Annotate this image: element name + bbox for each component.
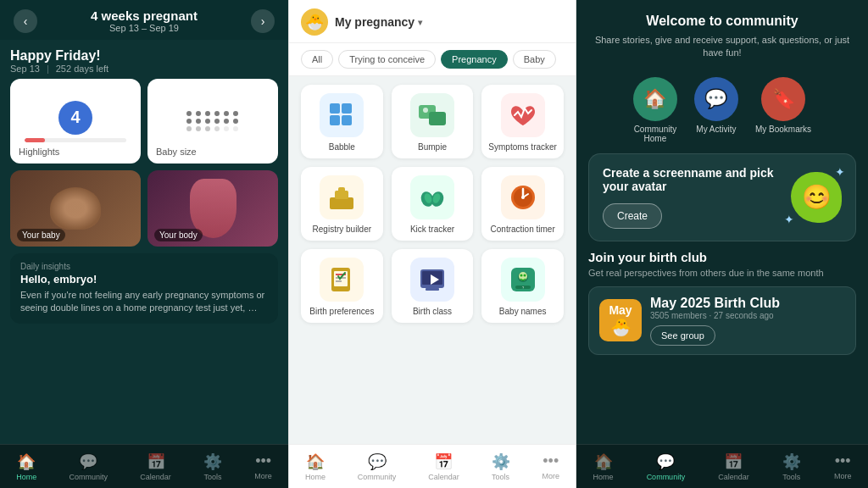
registry-icon [320, 175, 364, 219]
panel-tools: 🐣 My pregnancy ▾ All Trying to conceive … [288, 0, 576, 488]
photo-cards-grid: Your baby Your body [10, 170, 278, 247]
avatar-blob: 😊 ✦ ✦ [791, 172, 842, 223]
tool-birthpref[interactable]: Birth preferences [301, 249, 383, 323]
tool-contraction[interactable]: Contraction timer [481, 167, 564, 241]
baby-size-visual [186, 111, 240, 131]
p3-calendar-label: Calendar [718, 473, 749, 481]
tool-bumpie[interactable]: Bumpie [392, 85, 474, 158]
babynames-label: Baby names [499, 307, 547, 316]
filter-pregnancy[interactable]: Pregnancy [441, 50, 508, 69]
progress-fill [25, 138, 45, 142]
calendar-label: Calendar [140, 473, 171, 481]
filter-baby[interactable]: Baby [513, 50, 556, 69]
nav-community[interactable]: 💬 Community [69, 452, 108, 481]
screenname-text: Create a screenname and pick your avatar… [603, 166, 791, 229]
p3-nav-tools[interactable]: ⚙️ Tools [782, 452, 801, 481]
community-home-item[interactable]: 🏠 CommunityHome [633, 77, 677, 143]
tool-kick[interactable]: Kick tracker [392, 167, 474, 241]
birth-club-info: May 2025 Birth Club 3505 members · 27 se… [650, 296, 780, 346]
my-activity-item[interactable]: 💬 My Activity [694, 77, 738, 143]
p2-nav-more[interactable]: ••• More [542, 452, 560, 480]
birth-club-title: Join your birth club [588, 250, 856, 264]
contraction-icon [501, 175, 545, 219]
filter-trying[interactable]: Trying to conceive [338, 50, 436, 69]
p3-nav-home[interactable]: 🏠 Home [593, 452, 614, 481]
panel2-bottom-nav: 🏠 Home 💬 Community 📅 Calendar ⚙️ Tools •… [289, 444, 576, 488]
kick-icon [410, 175, 454, 219]
your-body-label: Your body [154, 229, 203, 241]
daily-insights-card[interactable]: Daily insights Hello, embryo! Even if yo… [10, 253, 278, 324]
next-week-button[interactable]: › [251, 9, 275, 33]
see-group-button[interactable]: See group [650, 325, 715, 346]
p3-community-icon: 💬 [656, 452, 675, 471]
svg-rect-3 [342, 115, 352, 125]
p2-community-icon: 💬 [368, 452, 387, 471]
your-baby-card[interactable]: Your baby [10, 170, 141, 247]
babble-label: Babble [329, 142, 355, 152]
my-bookmarks-label: My Bookmarks [755, 125, 811, 134]
nav-home[interactable]: 🏠 Home [16, 452, 36, 481]
my-bookmarks-icon: 🔖 [761, 77, 805, 121]
embryo-visual [50, 187, 101, 230]
symptoms-label: Symptoms tracker [488, 142, 557, 152]
pregnancy-week-title: 4 weeks pregnant [91, 8, 198, 23]
birth-club-meta: 3505 members · 27 seconds ago [650, 311, 780, 320]
more-label: More [254, 472, 272, 480]
svg-point-32 [523, 274, 526, 277]
avatar-preview: 😊 ✦ ✦ [791, 172, 842, 223]
week-number: 4 [58, 101, 92, 135]
birth-club-subtitle: Get real perspectives from others due in… [588, 268, 856, 278]
panel-pregnancy: ‹ 4 weeks pregnant Sep 13 – Sep 19 › Hap… [0, 0, 288, 488]
screenname-title: Create a screenname and pick your avatar [603, 166, 791, 193]
insights-section-label: Daily insights [20, 262, 268, 271]
svg-rect-1 [342, 103, 352, 114]
my-activity-icon: 💬 [694, 77, 738, 121]
p3-nav-calendar[interactable]: 📅 Calendar [718, 452, 749, 481]
nav-calendar[interactable]: 📅 Calendar [140, 452, 171, 481]
community-label: Community [69, 473, 108, 481]
your-baby-label: Your baby [17, 229, 65, 241]
tool-babble[interactable]: Babble [301, 85, 383, 158]
p3-nav-more[interactable]: ••• More [834, 452, 852, 480]
svg-rect-0 [330, 103, 340, 114]
sparkle-icon-2: ✦ [784, 213, 794, 226]
tool-birthclass[interactable]: Birth class [392, 249, 474, 323]
p2-nav-tools[interactable]: ⚙️ Tools [492, 452, 510, 481]
panel2-header: 🐣 My pregnancy ▾ [289, 0, 576, 43]
create-screenname-button[interactable]: Create [603, 203, 662, 229]
your-body-card[interactable]: Your body [147, 170, 278, 247]
svg-rect-2 [330, 115, 340, 125]
p2-nav-community[interactable]: 💬 Community [358, 452, 397, 481]
p2-more-icon: ••• [542, 452, 559, 470]
p3-home-label: Home [593, 473, 614, 481]
baby-size-label: Baby size [156, 147, 197, 157]
tool-registry[interactable]: Registry builder [301, 167, 383, 241]
panel3-bottom-nav: 🏠 Home 💬 Community 📅 Calendar ⚙️ Tools •… [576, 444, 868, 488]
prev-week-button[interactable]: ‹ [14, 9, 37, 33]
p2-nav-calendar[interactable]: 📅 Calendar [428, 452, 459, 481]
baby-size-card[interactable]: Baby size [147, 79, 278, 164]
tools-grid: Babble Bumpie Symptoms tracker [289, 76, 576, 444]
svg-rect-7 [330, 197, 353, 209]
nav-more[interactable]: ••• More [254, 452, 272, 480]
birthclass-icon [410, 258, 454, 302]
p2-community-label: Community [358, 473, 397, 481]
birthpref-label: Birth preferences [309, 307, 374, 316]
highlights-card[interactable]: 4 Highlights [10, 79, 141, 164]
p2-tools-icon: ⚙️ [492, 452, 510, 471]
p2-nav-home[interactable]: 🏠 Home [305, 452, 326, 481]
nav-tools[interactable]: ⚙️ Tools [203, 452, 222, 481]
screenname-card: Create a screenname and pick your avatar… [588, 153, 856, 241]
my-bookmarks-item[interactable]: 🔖 My Bookmarks [755, 77, 811, 143]
p2-home-icon: 🏠 [306, 452, 325, 471]
tool-symptoms[interactable]: Symptoms tracker [481, 85, 564, 158]
filter-all[interactable]: All [301, 50, 333, 69]
my-pregnancy-label: My pregnancy [335, 15, 415, 29]
tool-babynames[interactable]: ? Baby names [481, 249, 564, 323]
community-home-icon: 🏠 [633, 77, 677, 121]
tools-label: Tools [204, 473, 222, 481]
p3-tools-label: Tools [782, 473, 800, 481]
babble-icon [320, 93, 364, 137]
p3-nav-community[interactable]: 💬 Community [647, 452, 686, 481]
bumpie-icon [410, 93, 454, 137]
